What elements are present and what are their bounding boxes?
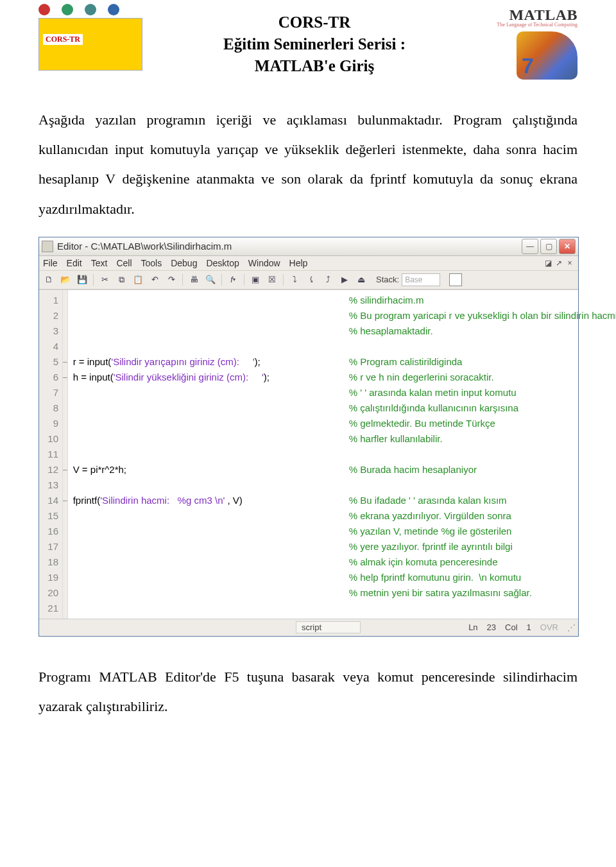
maximize-button[interactable]: ▢ [540, 239, 557, 254]
matlab-logo-sub: The Language of Technical Computing [481, 22, 578, 28]
code-line[interactable]: fprintf('Silindirin hacmi: %g cm3 \n' , … [73, 493, 616, 508]
breakpoint-marker[interactable] [63, 447, 67, 462]
code-line[interactable] [73, 601, 616, 616]
code-content[interactable]: % silindirhacim.m% Bu program yaricapi r… [68, 290, 616, 619]
step-in-icon[interactable]: ⤹ [304, 273, 318, 287]
menu-file[interactable]: File [43, 258, 58, 268]
breakpoint-marker[interactable] [63, 554, 67, 570]
matlab-logo: MATLAB The Language of Technical Computi… [481, 6, 578, 80]
line-number: 17 [42, 539, 58, 554]
undock-icon[interactable]: ↗ [554, 259, 563, 268]
breakpoint-marker[interactable] [63, 601, 67, 616]
toolbar-end-button[interactable] [449, 273, 462, 286]
cors-tr-logo [38, 6, 148, 71]
menu-help[interactable]: Help [289, 258, 308, 268]
line-number: 11 [42, 447, 58, 462]
breakpoint-marker[interactable] [63, 539, 67, 554]
menu-tools[interactable]: Tools [141, 258, 162, 268]
dock-icon[interactable]: ◪ [543, 259, 552, 268]
exit-debug-icon[interactable]: ⏏ [354, 273, 368, 287]
breakpoint-marker[interactable] [63, 524, 67, 539]
breakpoint-marker[interactable] [63, 585, 67, 601]
new-file-icon[interactable]: 🗋 [42, 273, 56, 287]
code-line[interactable]: % ' ' arasında kalan metin input komutu [73, 385, 616, 400]
clear-breakpoint-icon[interactable]: ☒ [265, 273, 279, 287]
editor-statusbar: script Ln 23 Col 1 OVR ⋰ [39, 619, 578, 636]
close-pane-icon[interactable]: × [565, 259, 574, 268]
code-line[interactable]: % gelmektedir. Bu metinde Türkçe [73, 416, 616, 431]
code-line[interactable]: % çalıştırıldığında kullanıcının karşısı… [73, 400, 616, 416]
code-line[interactable]: r = input('Silindir yarıçapını giriniz (… [73, 354, 616, 370]
matlab-wave-icon [517, 31, 578, 80]
breakpoint-marker[interactable] [63, 339, 67, 354]
code-line[interactable]: % silindirhacim.m [73, 293, 616, 308]
breakpoint-marker[interactable]: – [63, 370, 67, 385]
function-icon[interactable]: f▾ [226, 273, 240, 287]
menu-debug[interactable]: Debug [171, 258, 197, 268]
breakpoint-marker[interactable] [63, 385, 67, 400]
editor-title: Editor - C:\MATLAB\work\Silindirhacim.m [57, 241, 522, 252]
breakpoint-column[interactable]: –––– [63, 290, 68, 619]
save-icon[interactable]: 💾 [75, 273, 89, 287]
paste-icon[interactable]: 📋 [131, 273, 145, 287]
line-number: 2 [42, 308, 58, 323]
code-line[interactable]: h = input('Silindir yüksekliğini giriniz… [73, 370, 616, 385]
breakpoint-marker[interactable] [63, 400, 67, 416]
code-line[interactable] [73, 339, 616, 354]
redo-icon[interactable]: ↷ [164, 273, 178, 287]
breakpoint-marker[interactable] [63, 477, 67, 493]
code-line[interactable]: % metnin yeni bir satıra yazılmasını sağ… [73, 585, 616, 601]
breakpoint-marker[interactable] [63, 508, 67, 524]
breakpoint-marker[interactable] [63, 431, 67, 447]
code-line[interactable]: % Bu program yaricapi r ve yuksekligi h … [73, 308, 616, 323]
editor-titlebar: Editor - C:\MATLAB\work\Silindirhacim.m … [39, 237, 578, 256]
step-out-icon[interactable]: ⤴ [321, 273, 335, 287]
line-number: 13 [42, 477, 58, 493]
line-number: 4 [42, 339, 58, 354]
line-number: 5 [42, 354, 58, 370]
menu-cell[interactable]: Cell [116, 258, 132, 268]
find-icon[interactable]: 🔍 [203, 273, 218, 287]
breakpoint-marker[interactable]: – [63, 462, 67, 477]
step-icon[interactable]: ⤵ [287, 273, 302, 287]
close-button[interactable]: ✕ [559, 239, 576, 254]
print-icon[interactable]: 🖶 [187, 273, 201, 287]
page-header: CORS-TR Eğitim Seminerleri Serisi : MATL… [38, 6, 578, 80]
code-line[interactable]: % help fprintf komutunu girin. \n komutu [73, 570, 616, 585]
line-number: 7 [42, 385, 58, 400]
breakpoint-marker[interactable] [63, 293, 67, 308]
code-line[interactable]: % almak için komuta penceresinde [73, 554, 616, 570]
breakpoint-marker[interactable]: – [63, 354, 67, 370]
code-area[interactable]: 123456789101112131415161718192021 –––– %… [39, 289, 578, 619]
code-line[interactable]: % ekrana yazdırılıyor. Virgülden sonra [73, 508, 616, 524]
cut-icon[interactable]: ✂ [98, 273, 112, 287]
set-breakpoint-icon[interactable]: ▣ [248, 273, 262, 287]
open-file-icon[interactable]: 📂 [58, 273, 73, 287]
breakpoint-marker[interactable] [63, 308, 67, 323]
continue-icon[interactable]: ▶ [338, 273, 352, 287]
copy-icon[interactable]: ⧉ [114, 273, 128, 287]
menu-edit[interactable]: Edit [67, 258, 82, 268]
code-line[interactable]: % yere yazılıyor. fprintf ile ayrıntılı … [73, 539, 616, 554]
matlab-editor-window: Editor - C:\MATLAB\work\Silindirhacim.m … [38, 237, 579, 637]
menu-window[interactable]: Window [248, 258, 280, 268]
menu-desktop[interactable]: Desktop [206, 258, 239, 268]
code-line[interactable] [73, 477, 616, 493]
code-line[interactable]: % hesaplamaktadir. [73, 323, 616, 339]
menu-text[interactable]: Text [91, 258, 108, 268]
breakpoint-marker[interactable] [63, 323, 67, 339]
resize-grip-icon[interactable]: ⋰ [567, 622, 574, 632]
code-line[interactable]: % harfler kullanılabilir. [73, 431, 616, 447]
stack-select[interactable]: Base [402, 273, 440, 286]
code-line[interactable] [73, 447, 616, 462]
breakpoint-marker[interactable] [63, 416, 67, 431]
breakpoint-marker[interactable]: – [63, 493, 67, 508]
code-line[interactable]: V = pi*r^2*h;% Burada hacim hesaplaniyor [73, 462, 616, 477]
code-line[interactable]: % yazılan V, metinde %g ile gösterilen [73, 524, 616, 539]
editor-toolbar: 🗋 📂 💾 ✂ ⧉ 📋 ↶ ↷ 🖶 🔍 f▾ ▣ ☒ ⤵ ⤹ ⤴ ▶ ⏏ Sta… [39, 270, 578, 289]
minimize-button[interactable]: — [522, 239, 538, 254]
line-number: 21 [42, 601, 58, 616]
undo-icon[interactable]: ↶ [148, 273, 162, 287]
breakpoint-marker[interactable] [63, 570, 67, 585]
line-number: 15 [42, 508, 58, 524]
